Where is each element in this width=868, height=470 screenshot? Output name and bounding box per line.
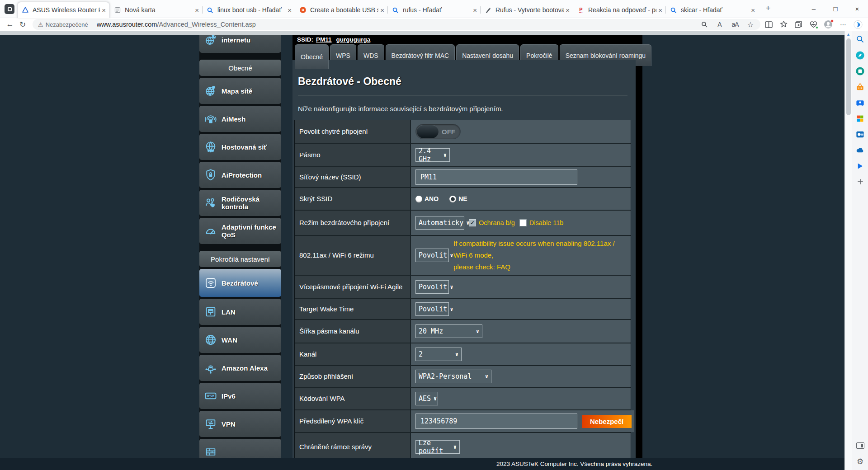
toggle-state-label: OFF [442,128,455,136]
settings-gear-icon[interactable]: ⚙ [855,456,865,466]
faq-link[interactable]: FAQ [497,263,510,271]
sidebar-item-label: AiMesh [222,115,245,123]
search-icon[interactable] [855,34,865,44]
sidebar-item-adaptivn-funkce-qos[interactable]: Adaptivní funkce QoS [199,218,281,244]
shopping-icon[interactable] [855,82,865,92]
rufus-favicon-icon [484,6,492,14]
browser-tab[interactable]: linux boot usb - Hľadať× [203,2,295,18]
browser-tab[interactable]: PNETReakcia na odpoveď - pora× [573,2,666,18]
sidebar-item-aimesh[interactable]: AiMesh [199,106,281,132]
address-field[interactable]: ⚠ Nezabezpečené www.asusrouter.com/Advan… [33,19,760,30]
sidebar-item-wan[interactable]: WAN [199,327,281,353]
browser-essentials-icon[interactable] [809,20,818,29]
wireless-mode-select[interactable]: Automaticky∨ [415,216,464,230]
ssid-link[interactable]: gurgugurga [336,36,371,43]
sidebar-item-amazon-alexa[interactable]: Amazon Alexa [199,355,281,381]
discover-icon[interactable] [855,50,865,60]
tab-close-icon[interactable]: × [288,6,292,14]
refresh-button[interactable]: ↻ [16,19,29,30]
browser-tab[interactable]: ASUS Wireless Router RT-A× [17,2,110,18]
tab-actions-icon[interactable] [5,4,14,14]
checkbox-disable-11b[interactable]: Disable 11b [519,219,564,226]
microsoft365-icon[interactable] [855,113,865,123]
favorites-icon[interactable] [779,20,788,29]
form-row: Skrýt SSIDANONE [295,188,631,211]
wpa-key-input[interactable] [415,414,577,429]
agile-multiband-select[interactable]: Povolit∨ [415,280,449,294]
sidebar-item-lan[interactable]: LAN [199,299,281,325]
sidebar-item-bezdr-tov-[interactable]: Bezdrátové [199,269,281,297]
designer-icon[interactable] [855,66,865,76]
field-value: ANONE [411,188,631,210]
copilot-icon[interactable] [854,20,863,29]
browser-tab[interactable]: Nová karta× [110,2,203,18]
sidebar-item-internetu[interactable]: internetu [199,35,281,53]
browser-tab[interactable]: Create a bootable USB stick× [295,2,388,18]
note-line: If compatibility issue occurs when enabl… [453,238,628,261]
tab-close-icon[interactable]: × [473,6,477,14]
select-value: Automaticky [419,219,463,227]
browser-tab[interactable]: Rufus - Vytvorte bootovací× [481,2,573,18]
checkbox-label: Ochrana b/g [479,219,515,226]
more-menu-icon[interactable]: ⋯ [839,20,848,29]
auth-method-select[interactable]: WPA2-Personal∨ [415,370,491,383]
sidebar-item-aiprotection[interactable]: AiProtection [199,162,281,188]
tab-close-icon[interactable]: × [380,6,384,14]
close-button[interactable]: × [846,0,868,18]
translate-icon[interactable]: aA [731,20,740,29]
url-text[interactable]: www.asusrouter.com/Advanced_Wireless_Con… [97,21,695,28]
smart-connect-toggle[interactable]: OFF [415,124,461,139]
sidebar-item-mapa-s-t-[interactable]: Mapa sítě [199,78,281,104]
tab-title: ASUS Wireless Router RT-A [33,6,100,14]
search-in-address-icon[interactable] [700,20,709,29]
favorite-star-icon[interactable]: ☆ [746,20,755,29]
field-value: Povolit∨If compatibility issue occurs wh… [411,236,631,275]
minimize-button[interactable]: – [803,0,825,18]
profile-avatar[interactable] [824,20,833,29]
svg-text:NET: NET [579,11,583,14]
firewall-icon [203,445,218,458]
back-button[interactable]: ← [4,19,16,30]
hide-ssid-radio-ne[interactable]: NE [449,195,467,202]
sidebar-item-rodi-ovsk-kontrola[interactable]: Rodičovská kontrola [199,190,281,216]
wifi6-mode-select[interactable]: Povolit∨ [415,249,449,262]
security-label[interactable]: Nezabezpečené [46,21,88,28]
tab-close-icon[interactable]: × [102,6,106,14]
sidebar-item-ipv6[interactable]: IPv6IPv6 [199,383,281,409]
tab-close-icon[interactable]: × [195,6,199,14]
scroll-thumb[interactable] [846,38,851,115]
checkbox-ochrana-b-g[interactable]: ✓Ochrana b/g [469,219,515,226]
channel-select[interactable]: 2∨ [415,348,462,361]
hide-ssid-radio-ano[interactable]: ANO [415,195,439,202]
browser-tab[interactable]: rufus - Hľadať× [388,2,481,18]
channel-bandwidth-select[interactable]: 20 MHz∨ [415,324,482,338]
games-icon[interactable] [855,98,865,108]
tab-close-icon[interactable]: × [658,6,662,14]
ssid-input[interactable] [415,169,577,185]
outlook-icon[interactable] [855,129,865,139]
router-tab-obecn-[interactable]: Obecné [295,44,329,69]
sidebar-item-partial-top[interactable]: internetu [199,35,281,53]
band-select[interactable]: 2.4 GHz∨ [415,148,450,162]
collections-icon[interactable] [794,20,803,29]
ssid-link[interactable]: PM11 [316,36,332,43]
drop-icon[interactable] [855,161,865,171]
sidebar-item-hostovan-s-[interactable]: Hostovaná síť [199,134,281,160]
page-scrollbar[interactable]: ▲ [844,31,852,470]
read-aloud-icon[interactable]: A [715,20,724,29]
sidebar-item[interactable] [199,439,281,458]
onedrive-icon[interactable] [855,145,865,155]
split-screen-icon[interactable] [764,20,773,29]
add-icon[interactable] [855,177,865,187]
pmf-select[interactable]: Lze použít∨ [415,440,460,454]
tab-close-icon[interactable]: × [751,6,755,14]
scroll-up-arrow[interactable]: ▲ [845,31,852,37]
sidebar-item-vpn[interactable]: VPN [199,411,281,437]
sidebar-panel-icon[interactable] [855,441,865,451]
target-wake-time-select[interactable]: Povolit∨ [415,302,449,316]
tab-close-icon[interactable]: × [566,6,570,14]
new-tab-button[interactable]: + [762,2,774,14]
browser-tab[interactable]: skicar - Hľadať× [666,2,759,18]
maximize-button[interactable]: □ [825,0,846,18]
wpa-encryption-select[interactable]: AES∨ [415,392,438,405]
